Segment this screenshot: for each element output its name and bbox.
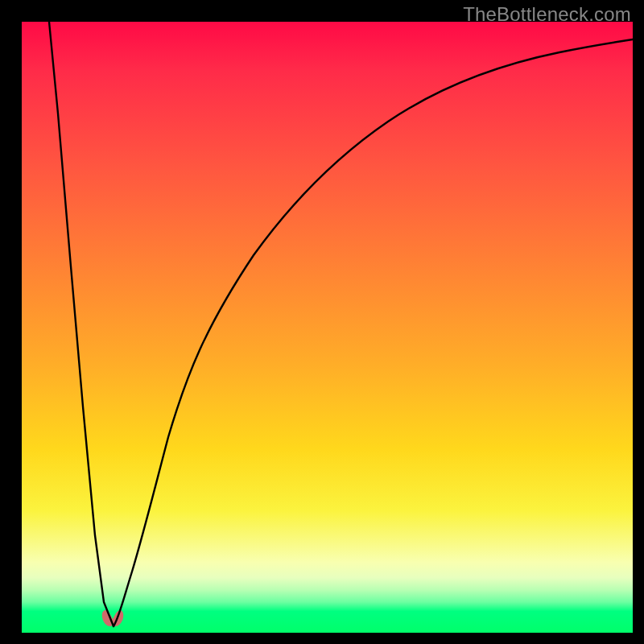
chart-frame: TheBottleneck.com bbox=[0, 0, 644, 644]
bottleneck-curve bbox=[22, 22, 633, 633]
watermark-text: TheBottleneck.com bbox=[463, 3, 631, 26]
plot-area bbox=[22, 22, 633, 633]
